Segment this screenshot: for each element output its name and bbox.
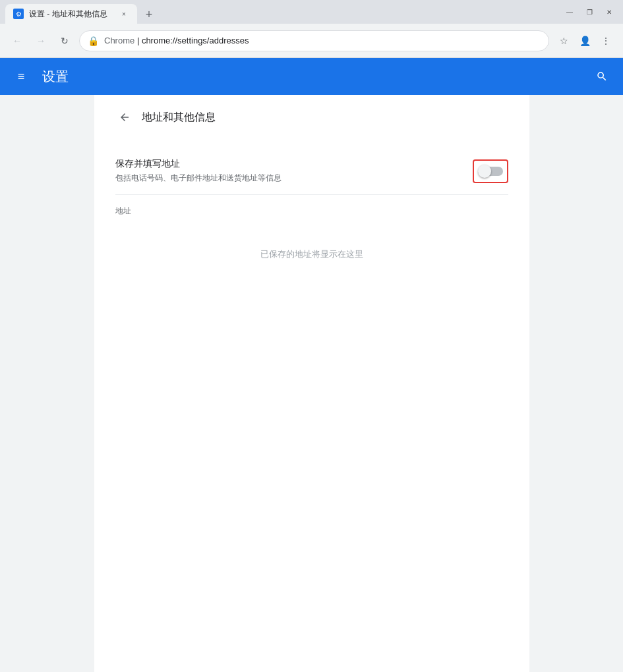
tab-close-button[interactable]: × — [119, 9, 129, 19]
page-heading: 地址和其他信息 — [142, 111, 216, 125]
back-arrow-button[interactable] — [115, 108, 134, 126]
restore-button[interactable]: ❐ — [581, 5, 598, 18]
active-tab[interactable]: ⚙ 设置 - 地址和其他信息 × — [5, 4, 137, 24]
tab-title: 设置 - 地址和其他信息 — [29, 9, 113, 20]
arrow-back-icon — [119, 111, 131, 123]
minimize-button[interactable]: — — [561, 5, 578, 18]
settings-search-button[interactable] — [591, 66, 612, 87]
window-controls: — ❐ ✕ — [561, 5, 618, 18]
menu-button[interactable]: ⋮ — [597, 32, 615, 50]
bookmark-button[interactable]: ☆ — [554, 32, 573, 50]
save-autofill-desc: 包括电话号码、电子邮件地址和送货地址等信息 — [115, 173, 473, 184]
address-box[interactable]: 🔒 Chrome | chrome://settings/addresses — [79, 30, 549, 51]
save-autofill-toggle[interactable] — [478, 165, 503, 178]
title-bar: ⚙ 设置 - 地址和其他信息 × + — ❐ ✕ — [0, 0, 623, 24]
forward-button[interactable]: → — [32, 32, 50, 50]
close-button[interactable]: ✕ — [601, 5, 618, 18]
save-autofill-info: 保存并填写地址 包括电话号码、电子邮件地址和送货地址等信息 — [115, 158, 473, 184]
back-header: 地址和其他信息 — [115, 108, 508, 132]
toolbar-buttons: ☆ 👤 ⋮ — [554, 32, 615, 50]
gear-icon: ⚙ — [16, 11, 22, 18]
address-section-label: 地址 — [115, 195, 508, 222]
toggle-highlight — [473, 159, 508, 183]
separator-text: | — [137, 36, 142, 45]
address-bar-row: ← → ↻ 🔒 Chrome | chrome://settings/addre… — [0, 24, 623, 58]
back-button[interactable]: ← — [8, 32, 26, 50]
settings-header: ≡ 设置 — [0, 58, 623, 95]
new-tab-button[interactable]: + — [140, 5, 158, 24]
toggle-thumb — [478, 165, 491, 178]
save-autofill-row: 保存并填写地址 包括电话号码、电子邮件地址和送货地址等信息 — [115, 148, 508, 195]
browser-window: ⚙ 设置 - 地址和其他信息 × + — ❐ ✕ ← → ↻ 🔒 Chrome … — [0, 0, 623, 672]
profile-button[interactable]: 👤 — [576, 32, 594, 50]
tab-bar: ⚙ 设置 - 地址和其他信息 × + — [5, 0, 561, 24]
content-area: 地址和其他信息 保存并填写地址 包括电话号码、电子邮件地址和送货地址等信息 地址 — [0, 95, 623, 672]
reload-button[interactable]: ↻ — [55, 32, 74, 50]
tab-favicon: ⚙ — [13, 9, 24, 19]
address-text: Chrome | chrome://settings/addresses — [104, 36, 541, 45]
content-panel: 地址和其他信息 保存并填写地址 包括电话号码、电子邮件地址和送货地址等信息 地址 — [94, 95, 529, 672]
lock-icon: 🔒 — [88, 36, 99, 46]
hamburger-menu-button[interactable]: ≡ — [11, 66, 32, 87]
save-autofill-label: 保存并填写地址 — [115, 158, 473, 170]
url-text: chrome://settings/addresses — [142, 36, 249, 45]
settings-title: 设置 — [42, 68, 581, 86]
empty-state-message: 已保存的地址将显示在这里 — [115, 222, 508, 287]
search-icon — [596, 70, 608, 82]
brand-text: Chrome — [104, 36, 134, 45]
